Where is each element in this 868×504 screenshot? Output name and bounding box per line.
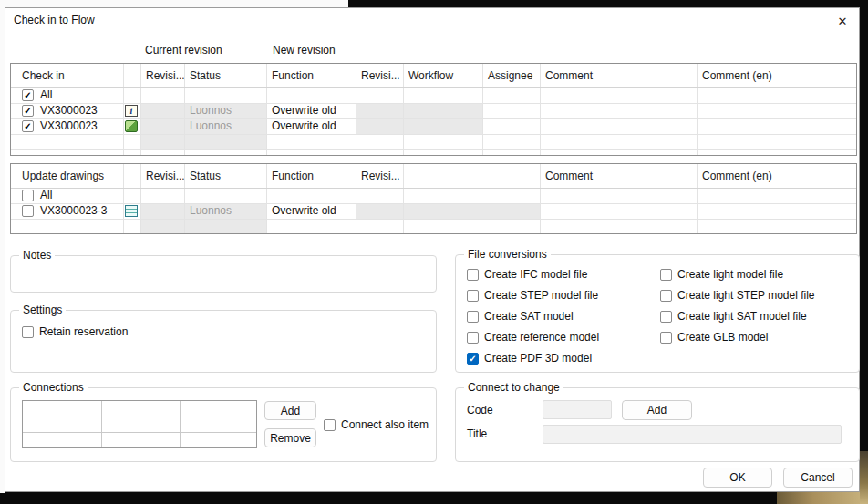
column-header-comment-en: Comment (en) xyxy=(702,164,772,188)
desktop-wallpaper-fragment xyxy=(777,491,868,504)
create-reference-checkbox[interactable] xyxy=(467,332,479,344)
column-header-assignee: Assignee xyxy=(488,64,532,87)
retain-reservation-checkbox[interactable] xyxy=(22,326,34,338)
function-cell[interactable]: Overwrite old xyxy=(272,103,336,118)
checkin-row-1-checkbox[interactable] xyxy=(22,105,34,117)
checkin-all-checkbox[interactable] xyxy=(22,89,34,101)
checkin-row-label[interactable]: VX3000023 xyxy=(40,118,98,134)
create-light-step-label: Create light STEP model file xyxy=(677,289,815,302)
column-header-checkin: Check in xyxy=(22,64,65,87)
column-header-update-drawings: Update drawings xyxy=(22,164,104,188)
dialog-title: Check in to Flow xyxy=(14,14,95,26)
create-step-checkbox[interactable] xyxy=(467,290,479,302)
desktop-wallpaper-fragment xyxy=(860,451,868,504)
column-header-revision1: Revisi... xyxy=(146,64,185,87)
create-light-model-label: Create light model file xyxy=(677,268,783,281)
settings-label: Settings xyxy=(19,303,66,317)
column-header-workflow: Workflow xyxy=(408,64,453,87)
connect-also-item-label: Connect also item xyxy=(341,418,429,431)
function-cell[interactable]: Overwrite old xyxy=(272,203,336,219)
retain-reservation-label: Retain reservation xyxy=(39,325,128,338)
column-header-comment: Comment xyxy=(545,64,593,87)
drawings-row-1-checkbox[interactable] xyxy=(22,205,34,217)
status-cell: Luonnos xyxy=(190,103,232,118)
column-header-revision2: Revisi... xyxy=(361,164,400,188)
ok-button[interactable]: OK xyxy=(703,468,772,488)
column-header-function: Function xyxy=(272,64,314,87)
current-revision-label: Current revision xyxy=(145,44,222,57)
info-icon[interactable] xyxy=(125,105,138,117)
column-header-status: Status xyxy=(190,164,221,188)
create-ifc-label: Create IFC model file xyxy=(484,268,587,281)
create-pdf3d-checkbox[interactable] xyxy=(467,353,479,365)
column-header-comment: Comment xyxy=(545,164,593,188)
create-step-label: Create STEP model file xyxy=(484,289,598,302)
notes-label: Notes xyxy=(19,249,55,262)
status-cell: Luonnos xyxy=(190,118,232,134)
create-light-step-checkbox[interactable] xyxy=(660,290,672,302)
connect-to-change-group: Connect to change Code Add Title xyxy=(455,387,860,462)
column-header-status: Status xyxy=(190,64,221,87)
new-revision-label: New revision xyxy=(273,44,336,57)
drawings-row-label[interactable]: VX3000023-3 xyxy=(40,203,107,219)
close-icon[interactable]: ✕ xyxy=(833,13,852,31)
create-pdf3d-label: Create PDF 3D model xyxy=(484,352,592,365)
connections-add-button[interactable]: Add xyxy=(264,401,316,420)
connect-also-item-checkbox[interactable] xyxy=(324,419,336,431)
connections-label: Connections xyxy=(19,381,88,395)
change-add-button[interactable]: Add xyxy=(622,400,692,420)
create-glb-checkbox[interactable] xyxy=(660,332,672,344)
column-header-comment-en: Comment (en) xyxy=(702,64,772,87)
connect-to-change-label: Connect to change xyxy=(464,381,563,395)
drawings-all-checkbox[interactable] xyxy=(22,190,34,201)
title-label: Title xyxy=(467,427,487,440)
status-cell: Luonnos xyxy=(190,203,232,219)
checkin-to-flow-dialog: Check in to Flow ✕ Current revision New … xyxy=(5,7,860,492)
title-input[interactable] xyxy=(542,425,842,444)
code-label: Code xyxy=(467,404,493,417)
create-light-sat-checkbox[interactable] xyxy=(660,311,672,323)
create-ifc-checkbox[interactable] xyxy=(467,269,479,281)
column-header-revision1: Revisi... xyxy=(146,164,185,188)
settings-group: Settings Retain reservation xyxy=(10,310,437,373)
create-sat-label: Create SAT model xyxy=(484,310,574,323)
file-conversions-group: File conversions Create IFC model file C… xyxy=(455,254,860,373)
create-sat-checkbox[interactable] xyxy=(467,311,479,323)
model-icon[interactable] xyxy=(125,120,138,132)
update-drawings-table: Update drawings Revisi... Status Functio… xyxy=(10,163,857,234)
connections-remove-button[interactable]: Remove xyxy=(264,428,316,447)
create-reference-label: Create reference model xyxy=(484,331,599,344)
drawings-row-label[interactable]: All xyxy=(40,188,52,203)
checkin-row-label[interactable]: VX3000023 xyxy=(40,103,98,118)
notes-group: Notes xyxy=(10,255,437,293)
file-conversions-label: File conversions xyxy=(464,248,551,262)
connections-list[interactable] xyxy=(22,400,257,448)
column-header-revision2: Revisi... xyxy=(361,64,400,87)
function-cell[interactable]: Overwrite old xyxy=(272,118,336,134)
checkin-table: Check in Revisi... Status Function Revis… xyxy=(10,63,857,156)
create-light-model-checkbox[interactable] xyxy=(660,269,672,281)
cancel-button[interactable]: Cancel xyxy=(783,468,852,488)
checkin-row-2-checkbox[interactable] xyxy=(22,120,34,132)
column-header-function: Function xyxy=(272,164,314,188)
connections-group: Connections Add Remove Connect also item xyxy=(10,387,437,462)
create-light-sat-label: Create light SAT model file xyxy=(677,310,807,323)
drawing-icon[interactable] xyxy=(125,205,138,217)
create-glb-label: Create GLB model xyxy=(677,331,768,344)
checkin-row-label[interactable]: All xyxy=(40,87,52,103)
code-input[interactable] xyxy=(542,400,612,419)
